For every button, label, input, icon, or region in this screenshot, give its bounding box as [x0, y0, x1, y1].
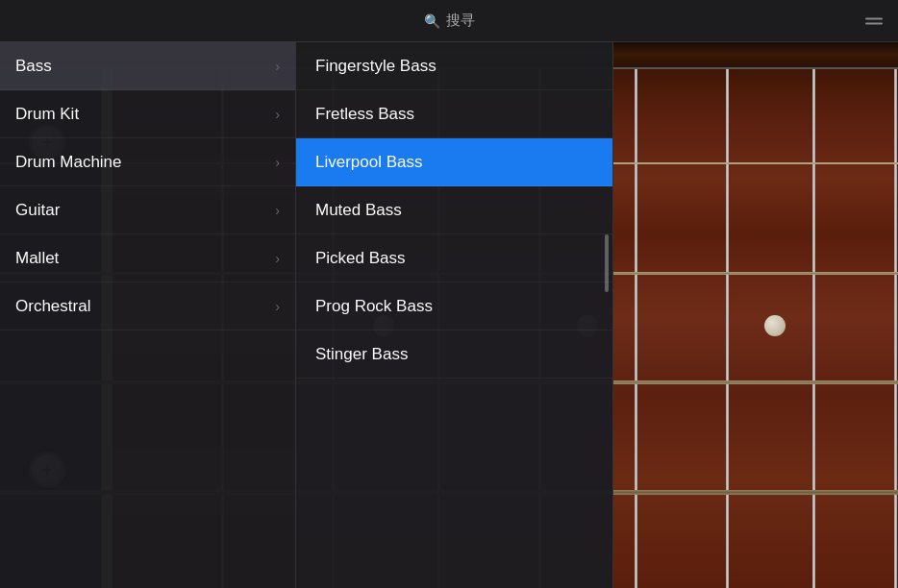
menu-line-2: [865, 22, 883, 24]
dropdown-item-prog-rock-bass[interactable]: Prog Rock Bass: [296, 282, 612, 331]
top-bar: 🔍 搜寻: [0, 0, 898, 42]
sidebar-item-drum-machine-label: Drum Machine: [15, 153, 122, 172]
sidebar-item-orchestral-label: Orchestral: [15, 297, 90, 316]
dropdown-item-muted-bass[interactable]: Muted Bass: [296, 186, 612, 234]
dropdown-item-fingerstyle-bass[interactable]: Fingerstyle Bass: [296, 42, 612, 90]
dropdown-item-stinger-bass[interactable]: Stinger Bass: [296, 331, 612, 379]
sidebar-item-guitar[interactable]: Guitar ›: [0, 186, 295, 234]
fret-dot-3: [764, 315, 786, 336]
sidebar-item-mallet[interactable]: Mallet ›: [0, 234, 295, 282]
sidebar-chevron-drum-machine: ›: [275, 155, 280, 170]
sidebar-item-bass-label: Bass: [15, 57, 52, 76]
dropdown-item-liverpool-bass[interactable]: Liverpool Bass: [296, 138, 612, 186]
sidebar-item-drum-machine[interactable]: Drum Machine ›: [0, 138, 295, 186]
fret-wire-7: [812, 42, 815, 588]
search-label: 搜寻: [446, 12, 475, 30]
menu-button[interactable]: [865, 17, 883, 24]
sidebar-chevron-mallet: ›: [275, 251, 280, 266]
sidebar-item-mallet-label: Mallet: [15, 249, 59, 268]
sidebar-chevron-drum-kit: ›: [275, 107, 280, 122]
sidebar-item-drum-kit[interactable]: Drum Kit ›: [0, 90, 295, 138]
bass-dropdown-panel: Fingerstyle Bass Fretless Bass Liverpool…: [296, 42, 613, 588]
fret-wire-6: [726, 42, 729, 588]
search-icon: 🔍: [424, 13, 440, 29]
sidebar-item-orchestral[interactable]: Orchestral ›: [0, 282, 295, 331]
dropdown-item-picked-bass[interactable]: Picked Bass: [296, 234, 612, 282]
sidebar-item-bass[interactable]: Bass ›: [0, 42, 295, 90]
scroll-indicator: [605, 234, 609, 292]
search-area[interactable]: 🔍 搜寻: [424, 12, 475, 30]
menu-line-1: [865, 17, 883, 19]
sidebar-chevron-guitar: ›: [275, 203, 280, 218]
sidebar-item-drum-kit-label: Drum Kit: [15, 105, 79, 124]
dropdown-item-fretless-bass[interactable]: Fretless Bass: [296, 90, 612, 138]
fret-wire-5: [635, 42, 637, 588]
fret-wire-8: [894, 42, 897, 588]
sidebar-item-guitar-label: Guitar: [15, 201, 60, 220]
sidebar: Bass › Drum Kit › Drum Machine › Guitar …: [0, 42, 296, 588]
sidebar-chevron-orchestral: ›: [275, 299, 280, 314]
sidebar-chevron-bass: ›: [275, 59, 280, 74]
